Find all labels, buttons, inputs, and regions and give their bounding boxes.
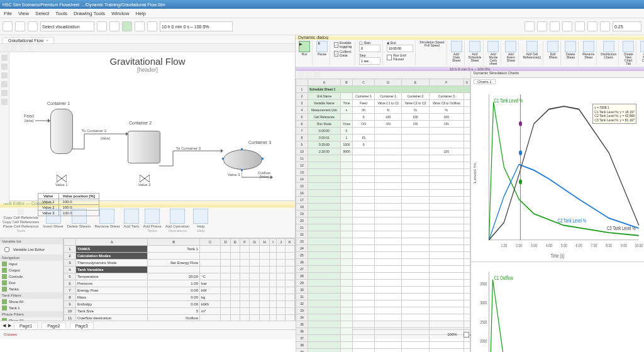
page-1-tab[interactable]: Page1 <box>14 322 38 329</box>
tab-gravitational[interactable]: Gravitational Flow× <box>3 37 54 43</box>
add-new-chart-button[interactable] <box>640 41 644 52</box>
container-2[interactable] <box>128 131 160 163</box>
vertical-toolbox <box>0 52 9 203</box>
align-center-icon[interactable] <box>562 21 572 31</box>
menu-file[interactable]: File <box>4 11 12 16</box>
add-event-sheet-button[interactable] <box>505 41 516 52</box>
svg-marker-3 <box>221 149 223 153</box>
menu-window[interactable]: Window <box>111 11 129 16</box>
add-cellref-button[interactable] <box>526 41 538 52</box>
add-tank-button[interactable] <box>124 209 139 224</box>
flowsheet-canvas[interactable]: Gravitational Flow [header] Container 1 … <box>0 52 295 201</box>
label-v3: Valve 3 <box>228 173 240 177</box>
container-3[interactable] <box>223 150 262 170</box>
vle-checkbox[interactable] <box>4 247 9 252</box>
tb-icon[interactable] <box>27 45 33 51</box>
rename-sheet-button[interactable] <box>99 209 114 224</box>
nav-input[interactable]: Input <box>0 261 63 267</box>
pf-showall[interactable]: Show All <box>0 317 63 321</box>
tank-variables-grid[interactable]: ABCDEFGHIJK1TANKSTank 12Calculation Mode… <box>64 238 295 321</box>
align-left-icon[interactable] <box>550 21 560 31</box>
add-phase-button[interactable] <box>145 209 160 224</box>
schedule-grid[interactable]: ABCDEFG1Schedule Sheet 12Unit NameContai… <box>296 79 470 352</box>
tb-icon[interactable] <box>297 72 304 78</box>
menu-help[interactable]: Help <box>136 11 146 16</box>
distr-charts-button[interactable] <box>603 41 614 52</box>
diagram-toolbar <box>0 44 295 52</box>
edit-sheet-button[interactable] <box>547 41 558 52</box>
nav-controls[interactable]: Controls <box>0 273 63 280</box>
tool-icon[interactable] <box>1 90 8 96</box>
right-column: Dynamic dialog ▶Run ⏸Pause ✓Enable loggi… <box>296 35 644 321</box>
tool-icon[interactable] <box>1 72 8 79</box>
add-mc-sheet-button[interactable] <box>487 41 499 52</box>
pause-icon[interactable] <box>135 21 145 31</box>
nav-dist[interactable]: Dist <box>0 280 63 286</box>
visualization-select[interactable]: Select visualization <box>40 21 94 31</box>
svg-text:7.00: 7.00 <box>591 242 597 247</box>
run-button[interactable]: ▶ <box>299 41 310 52</box>
menu-tools[interactable]: Tools <box>55 11 67 16</box>
menu-drawing[interactable]: Drawing Tools <box>74 11 105 16</box>
italic-icon[interactable] <box>537 21 547 31</box>
save-icon[interactable] <box>3 21 13 31</box>
tb-icon[interactable] <box>3 45 9 51</box>
tb-icon[interactable] <box>314 72 320 78</box>
svg-point-22 <box>519 179 522 184</box>
tool-icon[interactable] <box>1 55 8 61</box>
start-input[interactable] <box>359 45 380 52</box>
label-v1: Valve 1 <box>55 183 68 187</box>
charts-tab[interactable]: Charts 1 <box>474 79 496 84</box>
undo-icon[interactable] <box>97 21 107 31</box>
chart-outflow[interactable]: 500100015002000250030003500C1 OutflowC2 … <box>471 262 644 352</box>
run-until-paused-checkbox[interactable] <box>387 55 392 60</box>
svg-point-23 <box>519 150 522 155</box>
left-column: Gravitational Flow× Gravitational Flow [… <box>0 35 296 321</box>
tf-tank1[interactable]: Tank 1 <box>0 305 63 311</box>
step-input[interactable] <box>359 57 380 65</box>
enable-logging-checkbox[interactable]: ✓ <box>334 42 338 48</box>
new-chart-tab-button[interactable] <box>623 41 634 52</box>
page-3-tab[interactable]: Page3 <box>70 322 94 329</box>
menu-view[interactable]: View <box>18 11 29 16</box>
add-schedule-sheet-button[interactable] <box>469 41 480 52</box>
copy-icon[interactable] <box>18 209 24 215</box>
close-icon[interactable]: × <box>46 38 48 43</box>
tb-icon[interactable] <box>11 45 17 51</box>
open-icon[interactable] <box>15 21 25 31</box>
play-icon[interactable] <box>122 21 132 31</box>
rename-sheet-button[interactable] <box>583 41 594 52</box>
tool-icon[interactable] <box>1 63 8 70</box>
tf-showall[interactable]: Show All <box>0 299 63 305</box>
pause-button[interactable]: ⏸ <box>316 41 328 52</box>
stop-icon[interactable] <box>147 21 157 31</box>
linewidth-select[interactable]: 0.25 <box>613 21 641 31</box>
main-ribbon: Select visualization 10 h 0 min 0 s – 10… <box>0 18 644 35</box>
bold-icon[interactable] <box>525 21 535 31</box>
collect-data-checkbox[interactable]: ✓ <box>334 51 338 57</box>
svg-marker-8 <box>145 175 150 182</box>
tool-icon[interactable] <box>1 81 8 87</box>
align-right-icon[interactable] <box>575 21 585 31</box>
page-2-tab[interactable]: Page2 <box>42 322 65 329</box>
label-c3: Container 3 <box>248 140 271 145</box>
linecolor-icon[interactable] <box>587 21 597 31</box>
end-input[interactable] <box>387 45 413 52</box>
nav-tanks[interactable]: Tanks <box>0 286 63 292</box>
delete-sheet-button[interactable] <box>565 41 576 52</box>
autosave-checkbox[interactable] <box>464 332 469 338</box>
tb-icon[interactable] <box>19 45 25 51</box>
chart-tanklevel[interactable]: 1.002.003.004.005.006.007.008.009.0010.0… <box>471 85 644 262</box>
redo-icon[interactable] <box>109 21 119 31</box>
ptr-icon[interactable] <box>28 21 38 31</box>
container-1[interactable] <box>50 109 73 154</box>
label-outflow: Outflow[Valve] <box>258 171 270 179</box>
add-op-button[interactable] <box>170 209 185 224</box>
menu-select[interactable]: Select <box>35 11 49 16</box>
fillcolor-icon[interactable] <box>600 21 610 31</box>
add-data-sheet-button[interactable] <box>451 41 462 52</box>
help-button[interactable] <box>193 209 208 224</box>
tb-icon[interactable] <box>306 72 312 78</box>
tool-icon[interactable] <box>1 99 8 105</box>
nav-output[interactable]: Output <box>0 267 63 273</box>
